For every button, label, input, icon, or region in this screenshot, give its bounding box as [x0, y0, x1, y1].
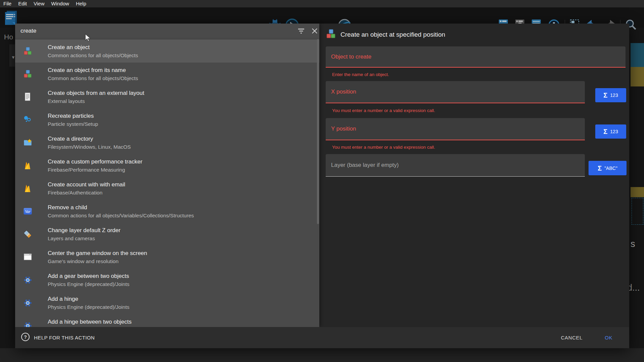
create-object-dialog: Create an object at specified position O… — [15, 24, 629, 348]
dialog-footer: ? HELP FOR THIS ACTION CANCEL OK — [15, 327, 629, 348]
action-title: Add a hinge — [48, 296, 129, 302]
document-icon — [23, 92, 32, 102]
x-expression-builder-button[interactable]: Σ 123 — [595, 88, 626, 102]
action-subtitle: Firebase/Authentication — [48, 190, 125, 196]
action-title: Remove a child — [48, 204, 194, 211]
action-title: Create an object from its name — [48, 67, 138, 74]
sigma-icon: Σ — [598, 165, 602, 172]
cubes-icon — [23, 69, 32, 79]
cubes-icon — [23, 46, 32, 56]
action-title: Center the game window on the screen — [48, 250, 147, 257]
menu-help[interactable]: Help — [73, 0, 90, 7]
action-list-item[interactable]: Create objects from an external layoutEx… — [15, 85, 319, 108]
particles-icon — [23, 115, 32, 124]
action-list-item[interactable]: Recreate particlesParticle system/Setup — [15, 108, 319, 131]
menu-bar: FileEditViewWindowHelp — [0, 0, 644, 7]
action-title: Create an object — [48, 44, 138, 51]
help-icon: ? — [21, 332, 30, 343]
action-search-panel: create Create an objectCommon actions fo… — [15, 24, 319, 327]
background-panel-fragment-2 — [631, 187, 644, 197]
action-list-item[interactable]: Add a gear between two objectsPhysics En… — [15, 268, 319, 291]
list-scrollbar[interactable] — [317, 39, 319, 224]
gear-icon — [23, 275, 32, 285]
action-subtitle: Physics Engine (deprecated)/Joints — [48, 304, 129, 310]
action-list-item[interactable]: Create an objectCommon actions for all o… — [15, 40, 319, 63]
action-subtitle: Layers and cameras — [48, 236, 120, 242]
action-title: Change layer default Z order — [48, 227, 120, 234]
action-subtitle: Game's window and resolution — [48, 258, 147, 264]
x-position-input[interactable]: X position — [326, 81, 585, 103]
action-subtitle: Firebase/Performance Measuring — [48, 167, 143, 173]
action-list: Create an objectCommon actions for all o… — [15, 38, 319, 327]
action-title: Create a directory — [48, 136, 131, 142]
action-list-item[interactable]: Add a hinge between two objectsPhysics E… — [15, 314, 319, 327]
action-list-item[interactable]: Change layer default Z orderLayers and c… — [15, 223, 319, 246]
sigma-icon: Σ — [603, 92, 607, 99]
action-subtitle: Physics Engine (deprecated)/Joints — [48, 281, 129, 287]
action-list-item[interactable]: Center the game window on the screenGame… — [15, 246, 319, 268]
action-list-item[interactable]: Create account with with emailFirebase/A… — [15, 177, 319, 200]
action-subtitle: Common actions for all objects/Objects — [48, 75, 138, 81]
action-title: Add a hinge between two objects — [48, 319, 132, 325]
object-to-create-input[interactable]: Object to create — [326, 46, 626, 68]
action-list-item[interactable]: VarRemove a childCommon actions for all … — [15, 200, 319, 223]
search-input[interactable]: create — [21, 28, 36, 34]
action-title: Add a gear between two objects — [48, 273, 129, 280]
background-scrollbar-fragment — [631, 43, 644, 67]
action-subtitle: Common actions for all objects/Objects — [48, 52, 138, 59]
layer-expression-builder-button[interactable]: Σ "ABC" — [589, 161, 627, 175]
x-position-error: You must enter a number or a valid expre… — [332, 108, 435, 113]
action-list-item[interactable]: Add a hingePhysics Engine (deprecated)/J… — [15, 291, 319, 314]
y-position-input[interactable]: Y position — [326, 118, 585, 140]
cubes-icon — [326, 29, 336, 40]
action-title: Recreate particles — [48, 113, 98, 119]
background-bottom-strip — [0, 348, 644, 362]
chevron-down-icon[interactable]: ▼ — [11, 55, 15, 60]
menu-window[interactable]: Window — [48, 0, 72, 7]
ok-button[interactable]: OK — [602, 333, 615, 342]
svg-text:?: ? — [24, 334, 27, 340]
dialog-title: Create an object at specified position — [340, 31, 445, 38]
action-subtitle: Particle system/Setup — [48, 121, 98, 127]
object-to-create-placeholder: Object to create — [331, 53, 371, 60]
close-icon[interactable] — [310, 27, 319, 35]
gear-icon — [23, 321, 32, 327]
action-subtitle: External layouts — [48, 98, 144, 104]
action-list-item[interactable]: Create a custom performance trackerFireb… — [15, 154, 319, 177]
menu-view[interactable]: View — [30, 0, 48, 7]
eraser-icon — [23, 229, 32, 239]
layer-placeholder: Layer (base layer if empty) — [331, 162, 399, 169]
y-expression-builder-button[interactable]: Σ 123 — [595, 124, 626, 139]
action-title: Create a custom performance tracker — [48, 158, 143, 165]
firebase-icon — [23, 184, 32, 193]
action-title: Create objects from an external layout — [48, 90, 144, 97]
window-icon — [23, 252, 32, 262]
cancel-button[interactable]: CANCEL — [558, 333, 585, 342]
action-subtitle: Common actions for all objects/Variables… — [48, 213, 194, 219]
gear-icon — [23, 298, 32, 307]
search-header: create — [15, 24, 319, 38]
action-subtitle: Filesystem/Windows, Linux, MacOS — [48, 144, 131, 150]
y-position-placeholder: Y position — [331, 125, 356, 132]
background-text-fragment-1: s — [631, 239, 635, 249]
menu-file[interactable]: File — [0, 0, 15, 7]
svg-text:Var: Var — [25, 210, 31, 214]
y-position-error: You must enter a number or a valid expre… — [332, 145, 435, 150]
firebase-icon — [23, 161, 32, 170]
filter-icon[interactable] — [297, 27, 306, 35]
action-list-item[interactable]: Create a directoryFilesystem/Windows, Li… — [15, 131, 319, 154]
object-helper-text: Enter the name of an object. — [332, 72, 389, 77]
help-for-this-action-button[interactable]: ? HELP FOR THIS ACTION — [21, 332, 95, 343]
x-position-placeholder: X position — [331, 88, 356, 95]
action-title: Create account with with email — [48, 181, 125, 188]
background-selection-fragment — [632, 198, 643, 225]
folder-icon — [23, 138, 32, 147]
sigma-icon: Σ — [603, 128, 607, 135]
var-icon: Var — [23, 207, 32, 216]
home-tab[interactable]: Ho — [4, 33, 13, 41]
action-list-item[interactable]: Create an object from its nameCommon act… — [15, 63, 319, 85]
layer-input[interactable]: Layer (base layer if empty) — [326, 154, 585, 177]
menu-edit[interactable]: Edit — [15, 0, 30, 7]
background-panel-fragment — [631, 67, 644, 86]
